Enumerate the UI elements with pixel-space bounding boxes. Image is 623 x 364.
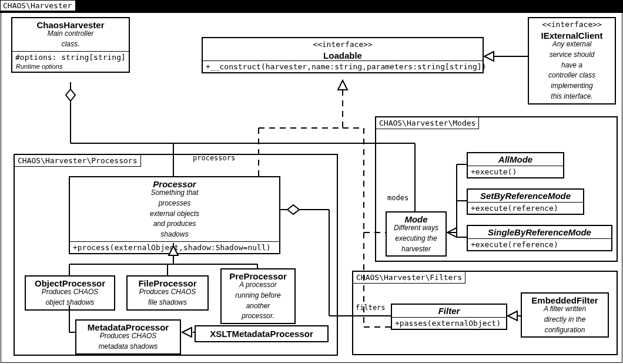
chaos-harvester-member-desc: Runtime options (12, 63, 129, 72)
chaos-harvester-title: ChaosHarvester (12, 18, 129, 30)
filter-op: +passes(externalObject) (392, 318, 506, 329)
setbyref-mode-op: +execute(reference) (468, 203, 583, 214)
pre-processor-d2: running before (222, 292, 294, 302)
processor-op: +process(externalObject,shadow:Shadow=nu… (70, 242, 279, 253)
iexternal-d4: controller class (529, 72, 615, 82)
class-loadable: <<interface>> Loadable +__construct(harv… (202, 37, 484, 73)
package-filters-label: CHAOS\Harvester\Filters (353, 271, 465, 284)
iexternal-d6: this interface. (529, 93, 615, 103)
iexternal-d3: have a (529, 62, 615, 72)
pre-processor-d3: another (222, 302, 294, 313)
edge-label-modes: modes (387, 194, 408, 202)
object-processor-title: ObjectProcessor (26, 277, 114, 288)
embedded-filter-d1: A filter written (522, 305, 608, 316)
loadable-stereo: <<interface>> (203, 38, 483, 49)
metadata-processor-d1: Produces CHAOS (76, 332, 180, 343)
pre-processor-d4: processor. (222, 312, 294, 323)
class-all-mode: AllMode +execute() (467, 152, 564, 178)
class-processor: Processor Something that processes exter… (69, 176, 280, 254)
iexternal-d2: service should (529, 51, 615, 62)
processor-title: Processor (70, 177, 279, 189)
processor-d5: shadows (70, 231, 279, 241)
mode-d3: harvester (387, 245, 446, 256)
iexternal-title: IExternalClient (529, 29, 615, 41)
filter-title: Filter (392, 305, 506, 317)
loadable-title: Loadable (203, 49, 483, 60)
pre-processor-title: PreProcessor (222, 269, 294, 281)
metadata-processor-d2: metadata shadows (76, 343, 180, 353)
singlebyref-mode-title: SingleByReferenceMode (468, 226, 611, 238)
file-processor-d2: file shadows (128, 299, 207, 309)
pre-processor-d1: A processor (222, 281, 294, 292)
class-mode: Mode Different ways executing the harves… (386, 211, 447, 257)
processor-d2: processes (70, 200, 279, 210)
object-processor-d2: object shadows (26, 299, 114, 309)
metadata-processor-title: MetadataProcessor (76, 321, 180, 332)
class-pre-processor: PreProcessor A processor running before … (220, 268, 296, 324)
class-filter: Filter +passes(externalObject) (391, 304, 507, 330)
class-object-processor: ObjectProcessor Produces CHAOS object sh… (25, 275, 115, 311)
iexternal-d1: Any external (529, 41, 615, 51)
iexternal-d5: implementing (529, 82, 615, 93)
file-processor-d1: Produces CHAOS (128, 288, 207, 299)
class-file-processor: FileProcessor Produces CHAOS file shadow… (126, 275, 209, 311)
class-embedded-filter: EmbeddedFilter A filter written directly… (521, 292, 609, 338)
processor-d4: and produces (70, 220, 279, 231)
class-xslt-processor: XSLTMetadataProcessor (195, 325, 329, 342)
class-iexternalclient: <<interface>> IExternalClient Any extern… (528, 17, 616, 105)
embedded-filter-title: EmbeddedFilter (522, 294, 608, 305)
package-modes-label: CHAOS\Harvester\Modes (376, 117, 479, 129)
embedded-filter-d2: directly in the (522, 316, 608, 326)
class-singlebyref-mode: SingleByReferenceMode +execute(reference… (467, 225, 612, 251)
processor-d1: Something that (70, 189, 279, 200)
edge-label-processors: processors (193, 154, 235, 162)
file-processor-title: FileProcessor (128, 277, 207, 288)
chaos-harvester-member: #options: string[string] (12, 52, 129, 63)
chaos-harvester-desc2: class. (12, 41, 129, 51)
package-processors-label: CHAOS\Harvester\Processors (14, 154, 141, 167)
mode-d2: executing the (387, 235, 446, 245)
singlebyref-mode-op: +execute(reference) (468, 239, 611, 250)
class-metadata-processor: MetadataProcessor Produces CHAOS metadat… (75, 319, 181, 355)
embedded-filter-d3: configuration (522, 326, 608, 337)
loadable-op: +__construct(harvester,name:string,param… (203, 61, 483, 72)
class-setbyref-mode: SetByReferenceMode +execute(reference) (467, 188, 584, 215)
processor-d3: external objects (70, 210, 279, 221)
mode-title: Mode (387, 213, 446, 224)
object-processor-d1: Produces CHAOS (26, 288, 114, 299)
iexternal-stereo: <<interface>> (529, 18, 615, 29)
all-mode-op: +execute() (468, 166, 563, 177)
class-chaos-harvester: ChaosHarvester Main controller class. #o… (11, 17, 130, 73)
all-mode-title: AllMode (468, 153, 563, 166)
setbyref-mode-title: SetByReferenceMode (468, 190, 583, 202)
mode-d1: Different ways (387, 224, 446, 235)
xslt-processor-title: XSLTMetadataProcessor (196, 326, 327, 341)
edge-label-filters: filters (356, 304, 386, 312)
chaos-harvester-desc1: Main controller (12, 30, 129, 41)
root-package-label: CHAOS\Harvester (0, 0, 76, 11)
